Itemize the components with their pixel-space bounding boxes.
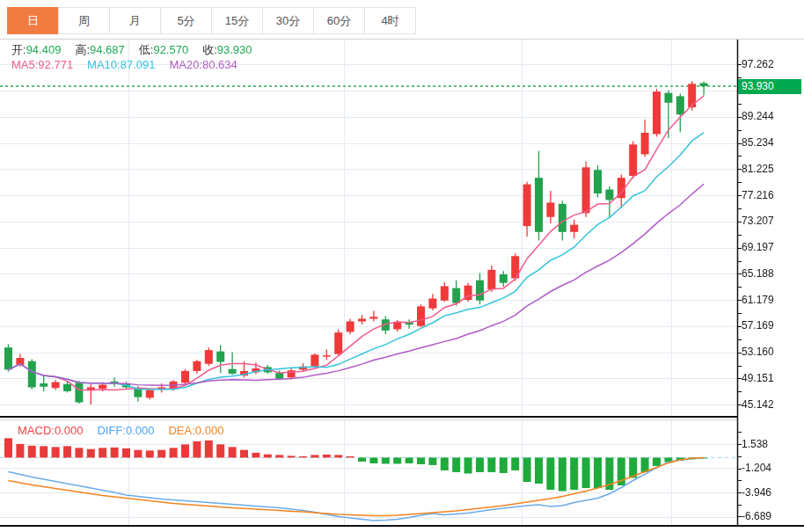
price-axis-label: 89.244 [742,110,774,122]
ohlc-value: 92.570 [153,43,188,56]
ohlc-label: 开: [11,43,26,56]
ohlc-1: 开:94.409 [11,43,61,56]
macd-3: DEA:0.000 [168,424,223,437]
macd-axis-label: -1.204 [742,462,771,474]
price-axis-label: 61.179 [742,294,774,306]
tab-timeframe-6[interactable]: 30分 [262,7,314,34]
tab-timeframe-3[interactable]: 月 [109,7,161,34]
ohlc-label: 低: [139,43,154,56]
price-axis-label: 85.234 [742,136,774,149]
current-price-tag: 93.930 [738,79,801,94]
price-axis-label: 65.188 [742,267,774,280]
tab-timeframe-5[interactable]: 15分 [211,7,263,34]
price-axis-label: 81.225 [742,163,774,175]
ma-label: MA10: [87,58,121,71]
ma-2: MA10:87.091 [87,58,155,71]
macd-axis-label: 1.538 [742,438,768,450]
ohlc-4: 收:93.930 [202,43,252,56]
ohlc-value: 93.930 [217,43,252,56]
timeframe-tabbar: 日周月5分15分30分60分4时 [8,7,416,34]
ma-3: MA20:80.634 [169,58,237,71]
macd-label: MACD: [18,424,55,437]
ma-value: 92.771 [38,58,73,71]
ma-value: 87.091 [121,58,156,71]
price-axis-label: 45.142 [742,398,774,411]
price-axis-label: 69.197 [742,241,774,253]
ma-value: 80.634 [202,58,238,71]
ma-label: MA20: [169,58,202,71]
macd-label: DEA: [168,424,194,437]
price-axis-label: 57.169 [742,319,774,332]
ohlc-value: 94.687 [90,43,125,56]
ohlc-label: 收: [202,43,217,56]
macd-axis-label: -6.689 [742,510,771,522]
tab-timeframe-7[interactable]: 60分 [313,7,365,34]
ma-label: MA5: [11,58,38,71]
price-axis-label: 73.207 [742,215,774,227]
price-axis-label: 53.160 [742,346,774,358]
kline-chart-app: 日周月5分15分30分60分4时 开:94.409高:94.687低:92.57… [0,0,804,532]
ma-info-row: MA5:92.771MA10:87.091MA20:80.634 [11,58,252,71]
macd-axis-label: -3.946 [742,486,771,499]
candlestick-macd-chart[interactable] [0,0,804,532]
macd-label: DIFF: [97,424,126,437]
macd-info-row: MACD:0.000DIFF:0.000DEA:0.000 [18,424,238,437]
ohlc-3: 低:92.570 [139,43,188,56]
ohlc-label: 高: [75,43,90,56]
ma-1: MA5:92.771 [11,58,73,71]
macd-1: MACD:0.000 [18,424,83,437]
macd-value: 0.000 [126,424,155,437]
tab-timeframe-2[interactable]: 周 [58,7,110,34]
macd-2: DIFF:0.000 [97,424,154,437]
macd-value: 0.000 [195,424,224,437]
ohlc-value: 94.409 [26,43,62,56]
ohlc-2: 高:94.687 [75,43,124,56]
price-axis-label: 77.216 [742,189,774,201]
price-axis-label: 97.262 [742,58,774,70]
tab-timeframe-8[interactable]: 4时 [364,7,416,34]
price-axis-label: 49.151 [742,372,774,384]
tab-timeframe-4[interactable]: 5分 [160,7,212,34]
macd-value: 0.000 [55,424,84,437]
tab-timeframe-1[interactable]: 日 [7,7,59,34]
ohlc-info-row: 开:94.409高:94.687低:92.570收:93.930 [11,42,267,58]
